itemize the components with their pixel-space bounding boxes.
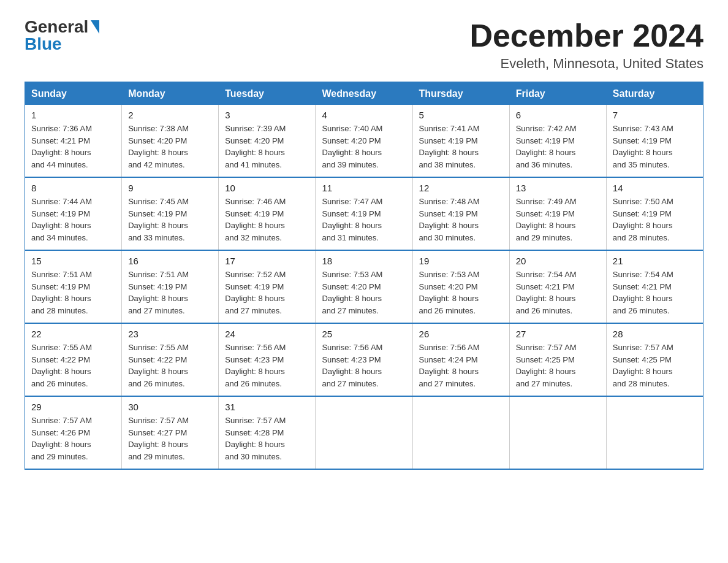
day-info: Sunrise: 7:56 AMSunset: 4:23 PMDaylight:… — [225, 342, 309, 389]
header-thursday: Thursday — [412, 82, 509, 105]
calendar-week-row: 15Sunrise: 7:51 AMSunset: 4:19 PMDayligh… — [25, 250, 703, 323]
calendar-week-row: 22Sunrise: 7:55 AMSunset: 4:22 PMDayligh… — [25, 323, 703, 396]
calendar-cell — [509, 396, 606, 469]
calendar-body: 1Sunrise: 7:36 AMSunset: 4:21 PMDaylight… — [25, 105, 703, 470]
day-number: 30 — [128, 402, 212, 412]
logo: General Blue — [25, 18, 100, 53]
calendar-table: Sunday Monday Tuesday Wednesday Thursday… — [25, 82, 703, 470]
calendar-cell: 31Sunrise: 7:57 AMSunset: 4:28 PMDayligh… — [219, 396, 316, 469]
calendar-cell: 23Sunrise: 7:55 AMSunset: 4:22 PMDayligh… — [122, 323, 219, 396]
calendar-cell: 14Sunrise: 7:50 AMSunset: 4:19 PMDayligh… — [606, 177, 703, 250]
calendar-cell — [412, 396, 509, 469]
day-number: 7 — [613, 110, 697, 120]
day-info: Sunrise: 7:55 AMSunset: 4:22 PMDaylight:… — [31, 342, 115, 389]
day-info: Sunrise: 7:45 AMSunset: 4:19 PMDaylight:… — [128, 196, 212, 243]
page-title: December 2024 — [469, 18, 703, 53]
header-wednesday: Wednesday — [316, 82, 412, 105]
day-number: 14 — [613, 183, 697, 193]
calendar-header: Sunday Monday Tuesday Wednesday Thursday… — [25, 82, 703, 105]
day-number: 2 — [128, 110, 212, 120]
day-info: Sunrise: 7:56 AMSunset: 4:23 PMDaylight:… — [322, 342, 406, 389]
day-info: Sunrise: 7:40 AMSunset: 4:20 PMDaylight:… — [322, 123, 406, 170]
day-number: 17 — [225, 256, 309, 266]
day-info: Sunrise: 7:51 AMSunset: 4:19 PMDaylight:… — [128, 269, 212, 316]
header-saturday: Saturday — [606, 82, 703, 105]
day-info: Sunrise: 7:47 AMSunset: 4:19 PMDaylight:… — [322, 196, 406, 243]
day-number: 16 — [128, 256, 212, 266]
calendar-cell: 30Sunrise: 7:57 AMSunset: 4:27 PMDayligh… — [122, 396, 219, 469]
day-number: 26 — [419, 329, 503, 339]
header-row: Sunday Monday Tuesday Wednesday Thursday… — [25, 82, 703, 105]
calendar-cell — [316, 396, 412, 469]
day-number: 10 — [225, 183, 309, 193]
day-info: Sunrise: 7:36 AMSunset: 4:21 PMDaylight:… — [31, 123, 115, 170]
day-number: 11 — [322, 183, 406, 193]
day-number: 8 — [31, 183, 115, 193]
calendar-week-row: 8Sunrise: 7:44 AMSunset: 4:19 PMDaylight… — [25, 177, 703, 250]
header-friday: Friday — [509, 82, 606, 105]
header-sunday: Sunday — [25, 82, 122, 105]
day-info: Sunrise: 7:56 AMSunset: 4:24 PMDaylight:… — [419, 342, 503, 389]
calendar-cell: 8Sunrise: 7:44 AMSunset: 4:19 PMDaylight… — [25, 177, 122, 250]
day-number: 3 — [225, 110, 309, 120]
calendar-cell: 12Sunrise: 7:48 AMSunset: 4:19 PMDayligh… — [412, 177, 509, 250]
calendar-week-row: 1Sunrise: 7:36 AMSunset: 4:21 PMDaylight… — [25, 105, 703, 178]
calendar-cell: 18Sunrise: 7:53 AMSunset: 4:20 PMDayligh… — [316, 250, 412, 323]
logo-blue-text: Blue — [25, 36, 62, 53]
day-number: 12 — [419, 183, 503, 193]
calendar-cell: 6Sunrise: 7:42 AMSunset: 4:19 PMDaylight… — [509, 105, 606, 178]
day-info: Sunrise: 7:41 AMSunset: 4:19 PMDaylight:… — [419, 123, 503, 170]
day-info: Sunrise: 7:48 AMSunset: 4:19 PMDaylight:… — [419, 196, 503, 243]
day-number: 21 — [613, 256, 697, 266]
calendar-cell: 27Sunrise: 7:57 AMSunset: 4:25 PMDayligh… — [509, 323, 606, 396]
calendar-cell: 4Sunrise: 7:40 AMSunset: 4:20 PMDaylight… — [316, 105, 412, 178]
day-number: 28 — [613, 329, 697, 339]
day-info: Sunrise: 7:38 AMSunset: 4:20 PMDaylight:… — [128, 123, 212, 170]
day-info: Sunrise: 7:57 AMSunset: 4:26 PMDaylight:… — [31, 415, 115, 462]
calendar-cell: 25Sunrise: 7:56 AMSunset: 4:23 PMDayligh… — [316, 323, 412, 396]
calendar-cell: 10Sunrise: 7:46 AMSunset: 4:19 PMDayligh… — [219, 177, 316, 250]
calendar-cell: 1Sunrise: 7:36 AMSunset: 4:21 PMDaylight… — [25, 105, 122, 178]
calendar-cell: 9Sunrise: 7:45 AMSunset: 4:19 PMDaylight… — [122, 177, 219, 250]
calendar-cell: 20Sunrise: 7:54 AMSunset: 4:21 PMDayligh… — [509, 250, 606, 323]
header-tuesday: Tuesday — [219, 82, 316, 105]
calendar-cell: 28Sunrise: 7:57 AMSunset: 4:25 PMDayligh… — [606, 323, 703, 396]
day-number: 13 — [516, 183, 600, 193]
day-info: Sunrise: 7:51 AMSunset: 4:19 PMDaylight:… — [31, 269, 115, 316]
calendar-cell: 2Sunrise: 7:38 AMSunset: 4:20 PMDaylight… — [122, 105, 219, 178]
calendar-cell: 24Sunrise: 7:56 AMSunset: 4:23 PMDayligh… — [219, 323, 316, 396]
day-info: Sunrise: 7:49 AMSunset: 4:19 PMDaylight:… — [516, 196, 600, 243]
day-info: Sunrise: 7:46 AMSunset: 4:19 PMDaylight:… — [225, 196, 309, 243]
calendar-cell: 16Sunrise: 7:51 AMSunset: 4:19 PMDayligh… — [122, 250, 219, 323]
day-number: 19 — [419, 256, 503, 266]
day-info: Sunrise: 7:54 AMSunset: 4:21 PMDaylight:… — [613, 269, 697, 316]
calendar-cell: 29Sunrise: 7:57 AMSunset: 4:26 PMDayligh… — [25, 396, 122, 469]
day-number: 4 — [322, 110, 406, 120]
day-number: 24 — [225, 329, 309, 339]
day-info: Sunrise: 7:52 AMSunset: 4:19 PMDaylight:… — [225, 269, 309, 316]
calendar-cell: 11Sunrise: 7:47 AMSunset: 4:19 PMDayligh… — [316, 177, 412, 250]
day-number: 1 — [31, 110, 115, 120]
day-info: Sunrise: 7:53 AMSunset: 4:20 PMDaylight:… — [419, 269, 503, 316]
calendar-cell: 26Sunrise: 7:56 AMSunset: 4:24 PMDayligh… — [412, 323, 509, 396]
day-info: Sunrise: 7:57 AMSunset: 4:25 PMDaylight:… — [516, 342, 600, 389]
day-info: Sunrise: 7:57 AMSunset: 4:27 PMDaylight:… — [128, 415, 212, 462]
calendar-cell: 17Sunrise: 7:52 AMSunset: 4:19 PMDayligh… — [219, 250, 316, 323]
logo-triangle-icon — [91, 20, 99, 34]
day-number: 15 — [31, 256, 115, 266]
calendar-cell: 19Sunrise: 7:53 AMSunset: 4:20 PMDayligh… — [412, 250, 509, 323]
day-number: 20 — [516, 256, 600, 266]
calendar-cell: 22Sunrise: 7:55 AMSunset: 4:22 PMDayligh… — [25, 323, 122, 396]
logo-general-text: General — [25, 18, 88, 36]
page-subtitle: Eveleth, Minnesota, United States — [469, 56, 703, 72]
day-info: Sunrise: 7:57 AMSunset: 4:25 PMDaylight:… — [613, 342, 697, 389]
day-number: 29 — [31, 402, 115, 412]
calendar-cell: 15Sunrise: 7:51 AMSunset: 4:19 PMDayligh… — [25, 250, 122, 323]
day-info: Sunrise: 7:42 AMSunset: 4:19 PMDaylight:… — [516, 123, 600, 170]
page-header: General Blue December 2024 Eveleth, Minn… — [25, 18, 703, 72]
title-section: December 2024 Eveleth, Minnesota, United… — [469, 18, 703, 72]
calendar-cell: 3Sunrise: 7:39 AMSunset: 4:20 PMDaylight… — [219, 105, 316, 178]
day-info: Sunrise: 7:54 AMSunset: 4:21 PMDaylight:… — [516, 269, 600, 316]
calendar-week-row: 29Sunrise: 7:57 AMSunset: 4:26 PMDayligh… — [25, 396, 703, 469]
day-info: Sunrise: 7:57 AMSunset: 4:28 PMDaylight:… — [225, 415, 309, 462]
